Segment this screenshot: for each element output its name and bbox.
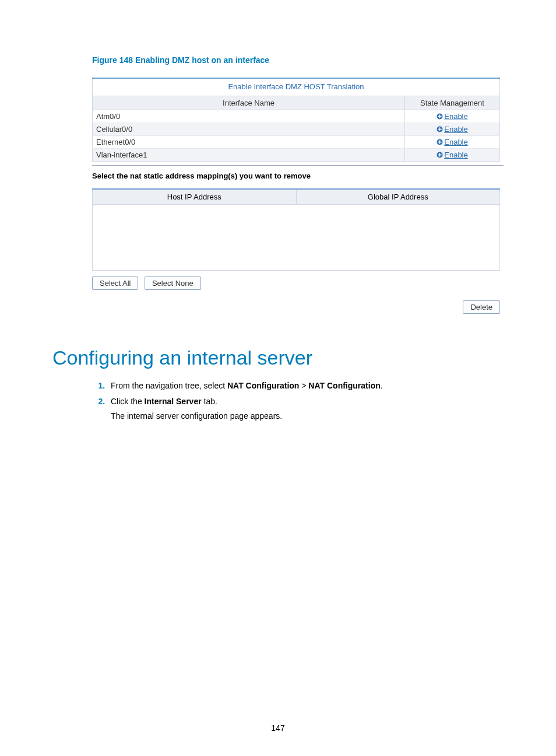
step-result: The internal server configuration page a…	[111, 410, 504, 422]
section-heading: Configuring an internal server	[52, 346, 504, 369]
col-host-ip: Host IP Address	[93, 189, 297, 205]
select-none-button[interactable]: Select None	[145, 276, 201, 290]
plus-icon	[437, 152, 443, 158]
col-state-management: State Management	[405, 96, 500, 110]
mapping-table: Host IP Address Global IP Address	[92, 188, 500, 271]
dmz-table-title: Enable Interface DMZ HOST Translation	[93, 78, 500, 96]
selection-buttons: Select All Select None	[92, 276, 500, 290]
step-1: From the navigation tree, select NAT Con…	[107, 380, 504, 392]
select-all-button[interactable]: Select All	[92, 276, 138, 290]
remove-mapping-title: Select the nat static address mapping(s)…	[92, 172, 504, 180]
tab-name: Internal Server	[145, 397, 202, 406]
step-text: .	[381, 381, 383, 390]
nav-path-part: NAT Configuration	[308, 381, 380, 390]
nav-path-part: NAT Configuration	[227, 381, 299, 390]
step-2: Click the Internal Server tab. The inter…	[107, 396, 504, 422]
step-text: From the navigation tree, select	[111, 381, 227, 390]
figure-caption: Figure 148 Enabling DMZ host on an inter…	[92, 55, 504, 65]
interface-name: Ethernet0/0	[93, 136, 405, 149]
col-interface-name: Interface Name	[93, 96, 405, 110]
enable-link[interactable]: Enable	[444, 150, 467, 159]
dmz-interface-table: Enable Interface DMZ HOST Translation In…	[92, 78, 500, 162]
step-text: Click the	[111, 397, 145, 406]
interface-name: Atm0/0	[93, 110, 405, 123]
page-number: 147	[0, 723, 556, 733]
enable-link[interactable]: Enable	[444, 138, 467, 146]
enable-link[interactable]: Enable	[444, 112, 467, 121]
interface-name: Cellular0/0	[93, 123, 405, 136]
svg-rect-2	[438, 116, 442, 117]
plus-icon	[437, 113, 443, 120]
svg-rect-11	[438, 155, 442, 156]
interface-name: Vlan-interface1	[93, 149, 405, 162]
steps-list: From the navigation tree, select NAT Con…	[92, 380, 504, 422]
step-text: tab.	[202, 397, 217, 406]
col-global-ip: Global IP Address	[296, 189, 500, 205]
delete-button[interactable]: Delete	[463, 300, 500, 314]
mapping-table-body	[93, 205, 500, 271]
divider	[92, 165, 504, 166]
step-text: >	[299, 381, 308, 390]
svg-rect-5	[438, 129, 442, 130]
svg-rect-8	[438, 142, 442, 143]
dmz-figure: Enable Interface DMZ HOST Translation In…	[92, 78, 500, 162]
plus-icon	[437, 126, 443, 132]
enable-link[interactable]: Enable	[444, 125, 467, 134]
plus-icon	[437, 139, 443, 145]
